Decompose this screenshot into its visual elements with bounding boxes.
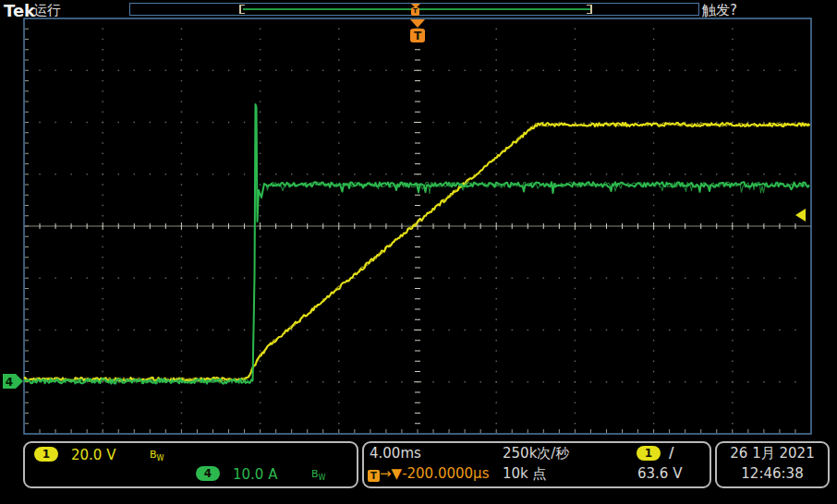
trigger-position-readout: T→▼-200.0000µs [368, 465, 489, 482]
grid-dot [244, 174, 245, 174]
grid-dot [103, 215, 103, 216]
grid-dot [779, 70, 780, 71]
grid-dot [354, 174, 355, 174]
grid-dot [575, 112, 576, 113]
grid-dot [653, 278, 654, 279]
grid-dot [653, 132, 654, 133]
grid-dot [795, 122, 795, 123]
grid-dot [496, 319, 497, 320]
grid-dot [260, 101, 261, 102]
ch1-trace [24, 123, 810, 381]
grid-dot [212, 70, 213, 71]
grid-dot [763, 330, 764, 330]
grid-dot [354, 381, 355, 382]
grid-dot [496, 90, 497, 91]
grid-dot [197, 70, 198, 71]
grid-dot [181, 112, 182, 113]
channel1-bandwidth-indicator: BW [150, 449, 164, 462]
grid-dot [134, 174, 135, 174]
grid-dot [260, 267, 261, 268]
grid-dot [354, 278, 355, 279]
grid-dot [134, 70, 135, 71]
grid-dot [260, 49, 261, 50]
grid-dot [228, 122, 229, 123]
trigger-slope-icon: / [669, 445, 673, 462]
grid-dot [181, 132, 182, 133]
grid-dot [653, 381, 654, 382]
grid-dot [260, 413, 261, 414]
grid-dot [275, 174, 276, 174]
grid-dot [543, 381, 544, 382]
trigger-position-arrow-icon [410, 19, 425, 28]
grid-dot [732, 423, 733, 424]
grid-dot [653, 236, 654, 237]
grid-dot [496, 330, 497, 330]
grid-dot [653, 153, 654, 154]
grid-dot [55, 122, 55, 123]
grid-dot [103, 371, 103, 372]
grid-dot [370, 122, 370, 123]
grid-dot [86, 122, 87, 123]
grid-dot [779, 122, 780, 123]
grid-dot [370, 70, 370, 71]
grid-dot [732, 163, 733, 164]
grid-dot [700, 174, 701, 174]
grid-dot [653, 413, 654, 414]
grid-dot [732, 278, 733, 279]
grid-dot [260, 80, 261, 81]
grid-dot [181, 298, 182, 299]
grid-dot [732, 236, 733, 237]
record-length: 10k 点 [503, 465, 547, 483]
grid-dot [322, 122, 323, 123]
grid-dot [401, 381, 402, 382]
grid-dot [448, 278, 449, 279]
grid-dot [275, 278, 276, 279]
grid-dot [763, 381, 764, 382]
grid-dot [401, 278, 402, 279]
grid-dot [496, 402, 497, 403]
grid-dot [103, 350, 103, 351]
grid-dot [496, 361, 497, 362]
grid-dot [260, 361, 261, 362]
grid-dot [338, 205, 339, 206]
grid-dot [653, 39, 654, 40]
grid-dot [653, 402, 654, 403]
grid-dot [496, 59, 497, 60]
grid-dot [575, 423, 576, 424]
grid-dot [103, 246, 103, 247]
grid-dot [260, 112, 261, 113]
grid-dot [479, 70, 480, 71]
grid-dot [260, 163, 261, 164]
grid-dot [307, 381, 308, 382]
grid-dot [338, 163, 339, 164]
grid-dot [385, 330, 386, 330]
grid-dot [669, 330, 670, 330]
grid-dot [103, 402, 103, 403]
grid-dot [103, 153, 103, 154]
grid-dot [244, 278, 245, 279]
ch4-ground-marker-label: 4 [6, 376, 13, 389]
grid-dot [338, 29, 339, 30]
grid-dot [685, 174, 685, 174]
grid-dot [354, 330, 355, 330]
grid-dot [181, 184, 182, 185]
grid-dot [181, 153, 182, 154]
grid-dot [165, 122, 166, 123]
grid-dot [103, 278, 103, 279]
grid-dot [795, 174, 795, 174]
grid-dot [86, 330, 87, 330]
grid-dot [732, 361, 733, 362]
grid-dot [39, 70, 40, 71]
grid-dot [118, 174, 119, 174]
grid-dot [528, 330, 528, 330]
grid-dot [70, 278, 71, 279]
grid-dot [653, 371, 654, 372]
grid-dot [39, 122, 40, 123]
grid-dot [260, 70, 261, 71]
oscilloscope-screen: Tek 运行 T 触发? T4 1 20.0 V BW 4 10.0 A BW … [0, 0, 837, 504]
grid-dot [181, 49, 182, 50]
grid-dot [291, 381, 292, 382]
grid-dot [307, 278, 308, 279]
bandwidth-b: B [311, 468, 319, 480]
grid-dot [338, 49, 339, 50]
